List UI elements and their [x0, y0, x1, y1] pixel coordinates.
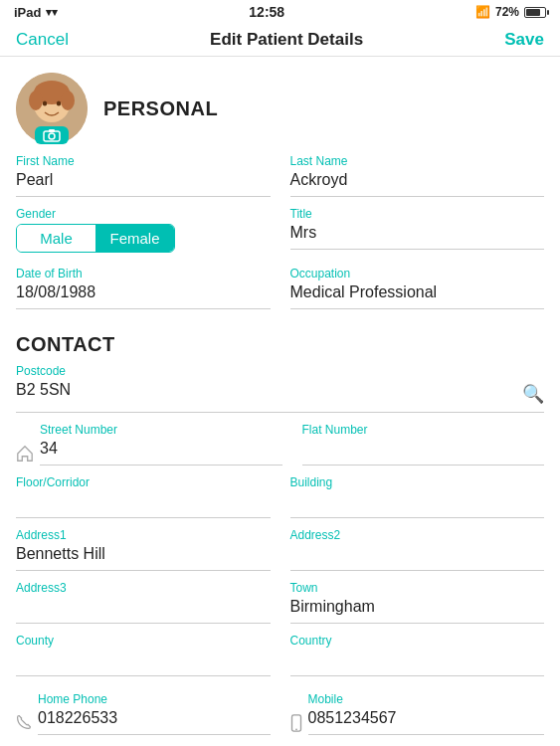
occupation-value[interactable]: Medical Professional — [290, 283, 545, 309]
address2-value[interactable] — [290, 545, 545, 571]
gender-title-row: Gender Male Female Title Mrs — [16, 207, 544, 267]
ipad-label: iPad — [14, 5, 41, 20]
personal-section-title: PERSONAL — [103, 97, 218, 120]
gender-male[interactable]: Male — [17, 225, 95, 252]
status-right: 📶 72% — [475, 5, 546, 19]
home-phone-label: Home Phone — [38, 692, 271, 706]
battery-percent: 72% — [495, 5, 519, 19]
save-button[interactable]: Save — [504, 30, 544, 50]
address3-group: Address3 — [16, 581, 271, 624]
status-time: 12:58 — [249, 4, 284, 20]
title-label: Title — [290, 207, 545, 221]
country-label: Country — [290, 634, 545, 648]
address3-label: Address3 — [16, 581, 271, 595]
last-name-value[interactable]: Ackroyd — [290, 171, 545, 197]
page-title: Edit Patient Details — [210, 30, 363, 50]
last-name-group: Last Name Ackroyd — [290, 154, 545, 197]
floor-corridor-label: Floor/Corridor — [16, 475, 271, 489]
street-flat-row: Street Number 34 Flat Number — [16, 423, 544, 475]
street-number-label: Street Number — [40, 423, 282, 437]
first-name-label: First Name — [16, 154, 271, 168]
dob-value[interactable]: 18/08/1988 — [16, 283, 271, 309]
occupation-group: Occupation Medical Professional — [290, 267, 545, 309]
address2-group: Address2 — [290, 528, 545, 571]
wifi-icon: ▾▾ — [46, 6, 58, 19]
building-group: Building — [290, 475, 545, 518]
mobile-group: Mobile 0851234567 — [290, 692, 545, 736]
nav-bar: Cancel Edit Patient Details Save — [0, 24, 560, 57]
title-value[interactable]: Mrs — [290, 224, 545, 250]
address2-label: Address2 — [290, 528, 545, 542]
county-country-row: County Country — [16, 634, 544, 686]
address1-value[interactable]: Bennetts Hill — [16, 545, 271, 571]
building-value[interactable] — [290, 492, 545, 518]
address1-group: Address1 Bennetts Hill — [16, 528, 271, 571]
postcode-row: B2 5SN 🔍 — [16, 381, 544, 413]
building-label: Building — [290, 475, 545, 489]
homephone-mobile-row: Home Phone 018226533 Mobile 0851234567 — [16, 692, 544, 746]
last-name-label: Last Name — [290, 154, 545, 168]
postcode-label: Postcode — [16, 364, 544, 378]
country-value[interactable] — [290, 651, 545, 676]
mobile-field: Mobile 0851234567 — [308, 692, 545, 735]
gender-toggle[interactable]: Male Female — [16, 224, 175, 253]
name-row: First Name Pearl Last Name Ackroyd — [16, 154, 544, 207]
street-flat-fields: Street Number 34 Flat Number — [40, 423, 544, 475]
svg-point-5 — [61, 91, 75, 110]
battery-icon — [524, 7, 546, 18]
home-phone-value[interactable]: 018226533 — [38, 709, 271, 735]
floor-corridor-group: Floor/Corridor — [16, 475, 271, 518]
mobile-label: Mobile — [308, 692, 545, 706]
country-group: Country — [290, 634, 545, 676]
address1-label: Address1 — [16, 528, 271, 542]
town-label: Town — [290, 581, 545, 595]
svg-point-12 — [295, 728, 297, 730]
gender-group: Gender Male Female — [16, 207, 271, 257]
floor-building-row: Floor/Corridor Building — [16, 475, 544, 528]
mobile-value[interactable]: 0851234567 — [308, 709, 545, 735]
address1-address2-row: Address1 Bennetts Hill Address2 — [16, 528, 544, 581]
svg-point-6 — [43, 101, 47, 106]
county-value[interactable] — [16, 651, 271, 676]
personal-header: PERSONAL — [16, 57, 544, 154]
dob-occupation-row: Date of Birth 18/08/1988 Occupation Medi… — [16, 267, 544, 319]
svg-rect-10 — [49, 129, 55, 132]
svg-point-9 — [49, 133, 55, 139]
title-group: Title Mrs — [290, 207, 545, 257]
town-group: Town Birmingham — [290, 581, 545, 624]
status-left: iPad ▾▾ — [14, 5, 58, 20]
postcode-search-icon[interactable]: 🔍 — [522, 383, 544, 405]
svg-point-4 — [29, 91, 43, 110]
mobile-icon — [290, 710, 302, 736]
avatar-wrap — [16, 73, 88, 144]
dob-group: Date of Birth 18/08/1988 — [16, 267, 271, 309]
home-phone-group: Home Phone 018226533 — [16, 692, 271, 736]
occupation-label: Occupation — [290, 267, 545, 280]
dob-label: Date of Birth — [16, 267, 271, 280]
address3-town-row: Address3 Town Birmingham — [16, 581, 544, 634]
street-number-group: Street Number 34 — [40, 423, 282, 466]
home-phone-icon — [16, 710, 32, 734]
home-icon — [16, 445, 34, 466]
address3-value[interactable] — [16, 598, 271, 624]
postcode-value[interactable]: B2 5SN — [16, 381, 522, 407]
first-name-value[interactable]: Pearl — [16, 171, 271, 197]
flat-number-label: Flat Number — [302, 423, 545, 437]
cancel-button[interactable]: Cancel — [16, 30, 69, 50]
county-label: County — [16, 634, 271, 648]
content: PERSONAL First Name Pearl Last Name Ackr… — [0, 57, 560, 746]
gender-label: Gender — [16, 207, 271, 221]
flat-number-value[interactable] — [302, 440, 545, 466]
street-number-value[interactable]: 34 — [40, 440, 282, 466]
floor-corridor-value[interactable] — [16, 492, 271, 518]
town-value[interactable]: Birmingham — [290, 598, 545, 624]
camera-badge[interactable] — [35, 126, 69, 144]
home-phone-field: Home Phone 018226533 — [38, 692, 271, 735]
bluetooth-icon: 📶 — [475, 5, 490, 19]
first-name-group: First Name Pearl — [16, 154, 271, 197]
status-bar: iPad ▾▾ 12:58 📶 72% — [0, 0, 560, 24]
postcode-group: Postcode B2 5SN 🔍 — [16, 364, 544, 413]
svg-point-7 — [57, 101, 61, 106]
flat-number-group: Flat Number — [302, 423, 545, 466]
gender-female[interactable]: Female — [95, 225, 174, 252]
